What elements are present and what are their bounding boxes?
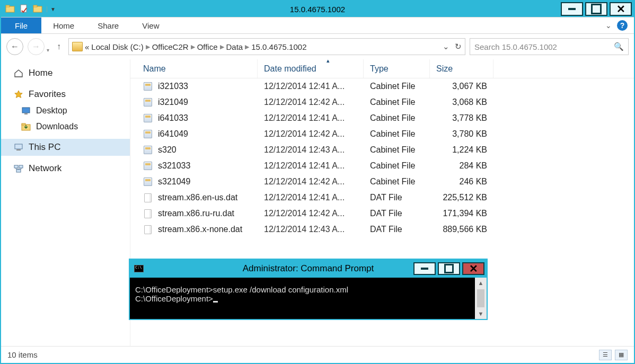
breadcrumb-item[interactable]: 15.0.4675.1002	[251, 42, 306, 51]
scroll-down-icon[interactable]: ▼	[475, 308, 487, 319]
qat-dropdown-icon[interactable]: ▼	[47, 6, 56, 12]
sidebar-label: This PC	[29, 142, 60, 153]
sidebar-label: Favorites	[29, 89, 66, 100]
cabinet-file-icon	[143, 82, 153, 91]
column-header-date[interactable]: Date modified	[258, 59, 364, 78]
view-details-button[interactable]: ☰	[599, 350, 612, 360]
cmd-line: C:\OfficeDeployment>setup.exe /download …	[135, 285, 481, 294]
file-type: DAT File	[364, 193, 430, 202]
breadcrumb-prefix: «	[85, 42, 89, 51]
cmd-close-button[interactable]: ✕	[462, 262, 484, 275]
svg-rect-0	[6, 6, 14, 12]
ribbon-collapse-icon[interactable]: ⌄	[605, 21, 612, 30]
tab-view[interactable]: View	[130, 17, 171, 33]
file-name: stream.x86.x-none.dat	[158, 225, 242, 234]
tab-file[interactable]: File	[1, 17, 41, 33]
breadcrumb-item[interactable]: Data	[226, 42, 243, 51]
chevron-right-icon[interactable]: ▶	[220, 43, 224, 50]
file-row[interactable]: i32104912/12/2014 12:42 A...Cabinet File…	[130, 94, 634, 110]
cmd-scrollbar[interactable]: ▲ ▼	[475, 278, 487, 319]
file-row[interactable]: s32012/12/2014 12:43 A...Cabinet File1,2…	[130, 142, 634, 158]
file-size: 889,566 KB	[430, 225, 493, 234]
file-row[interactable]: stream.x86.en-us.dat12/12/2014 12:41 A..…	[130, 190, 634, 206]
file-name: i321049	[158, 97, 188, 107]
folder-icon	[72, 42, 83, 51]
sidebar-item-desktop[interactable]: Desktop	[1, 103, 130, 119]
file-name: i641033	[158, 113, 188, 123]
file-size: 284 KB	[430, 161, 493, 171]
column-header-name[interactable]: Name	[130, 59, 258, 78]
dat-file-icon	[143, 209, 153, 218]
file-type: DAT File	[364, 209, 430, 218]
file-row[interactable]: i64104912/12/2014 12:42 A...Cabinet File…	[130, 126, 634, 142]
search-input[interactable]: Search 15.0.4675.1002 🔍	[470, 38, 629, 55]
scroll-up-icon[interactable]: ▲	[475, 278, 487, 288]
file-date: 12/12/2014 12:42 A...	[258, 209, 364, 218]
svg-rect-13	[16, 170, 21, 172]
tab-home[interactable]: Home	[41, 17, 86, 33]
file-name: s321033	[158, 161, 190, 171]
sidebar-item-downloads[interactable]: Downloads	[1, 119, 130, 135]
column-header-size[interactable]: Size	[430, 59, 493, 78]
downloads-icon	[21, 122, 31, 131]
back-button[interactable]: ←	[6, 38, 23, 55]
svg-rect-8	[22, 123, 25, 125]
up-button[interactable]: ↑	[54, 42, 64, 51]
file-size: 246 KB	[430, 177, 493, 187]
file-type: Cabinet File	[364, 82, 430, 91]
file-row[interactable]: stream.x86.x-none.dat12/12/2014 12:43 A.…	[130, 221, 634, 237]
chevron-right-icon[interactable]: ▶	[245, 43, 249, 50]
cmd-title: Administrator: Command Prompt	[243, 263, 374, 274]
cabinet-file-icon	[143, 161, 153, 171]
file-date: 12/12/2014 12:42 A...	[258, 177, 364, 187]
ribbon-tabs: File Home Share View ⌄ ?	[1, 17, 634, 34]
close-button[interactable]: ✕	[610, 2, 632, 16]
file-row[interactable]: s32103312/12/2014 12:41 A...Cabinet File…	[130, 158, 634, 174]
cabinet-file-icon	[143, 97, 153, 107]
refresh-icon[interactable]: ↻	[455, 42, 462, 51]
sidebar-item-network[interactable]: Network	[1, 160, 130, 177]
sort-indicator-icon: ▴	[327, 59, 330, 64]
sidebar-item-thispc[interactable]: This PC	[1, 139, 130, 156]
file-date: 12/12/2014 12:42 A...	[258, 97, 364, 107]
file-row[interactable]: i64103312/12/2014 12:41 A...Cabinet File…	[130, 110, 634, 126]
minimize-button[interactable]	[561, 2, 583, 16]
maximize-button[interactable]	[585, 2, 607, 16]
cmd-maximize-button[interactable]	[438, 262, 460, 275]
chevron-right-icon[interactable]: ▶	[191, 43, 195, 50]
svg-rect-5	[22, 108, 30, 113]
file-row[interactable]: s32104912/12/2014 12:42 A...Cabinet File…	[130, 174, 634, 190]
properties-icon[interactable]	[19, 4, 29, 14]
view-icons-button[interactable]: ▦	[615, 350, 628, 360]
scroll-thumb[interactable]	[477, 289, 484, 307]
sidebar-item-home[interactable]: Home	[1, 65, 130, 82]
breadcrumb-item[interactable]: Office	[197, 42, 218, 51]
file-type: Cabinet File	[364, 177, 430, 187]
star-icon	[14, 90, 23, 99]
chevron-right-icon[interactable]: ▶	[146, 43, 150, 50]
new-folder-icon[interactable]	[33, 4, 42, 14]
forward-button[interactable]: →	[28, 38, 45, 55]
tab-share[interactable]: Share	[86, 17, 130, 33]
sidebar-item-favorites[interactable]: Favorites	[1, 86, 130, 103]
address-bar[interactable]: « Local Disk (C:)▶ OfficeC2R▶ Office▶ Da…	[68, 38, 465, 55]
file-type: Cabinet File	[364, 113, 430, 123]
cmd-minimize-button[interactable]	[413, 262, 436, 275]
file-row[interactable]: stream.x86.ru-ru.dat12/12/2014 12:42 A..…	[130, 206, 634, 221]
help-icon[interactable]: ?	[617, 20, 628, 31]
home-icon	[14, 69, 23, 77]
window-title: 15.0.4675.1002	[290, 5, 345, 14]
column-header-type[interactable]: Type	[364, 59, 430, 78]
history-dropdown-icon[interactable]: ▾	[47, 47, 49, 53]
breadcrumb-item[interactable]: Local Disk (C:)	[91, 42, 143, 51]
svg-rect-12	[19, 165, 23, 168]
address-dropdown-icon[interactable]: ⌄	[443, 42, 449, 51]
breadcrumb-item[interactable]: OfficeC2R	[152, 42, 189, 51]
file-date: 12/12/2014 12:41 A...	[258, 113, 364, 123]
file-name: i321033	[158, 82, 188, 91]
folder-icon	[5, 4, 15, 14]
cmd-body[interactable]: C:\OfficeDeployment>setup.exe /download …	[130, 278, 487, 319]
cmd-prompt: C:\OfficeDeployment>	[135, 294, 481, 303]
file-row[interactable]: i32103312/12/2014 12:41 A...Cabinet File…	[130, 78, 634, 94]
pc-icon	[14, 143, 23, 152]
